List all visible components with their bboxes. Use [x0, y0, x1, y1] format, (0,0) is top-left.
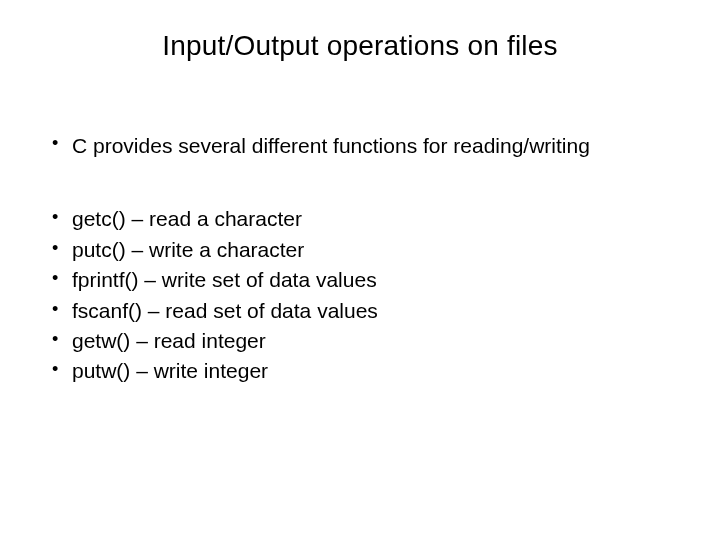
list-item: putc() – write a character — [50, 235, 670, 265]
intro-list: C provides several different functions f… — [50, 132, 670, 159]
function-list: getc() – read a character putc() – write… — [50, 204, 670, 387]
list-item: fprintf() – write set of data values — [50, 265, 670, 295]
list-item: fscanf() – read set of data values — [50, 296, 670, 326]
slide-title: Input/Output operations on files — [50, 30, 670, 62]
intro-item: C provides several different functions f… — [50, 132, 670, 159]
list-item: getw() – read integer — [50, 326, 670, 356]
list-item: getc() – read a character — [50, 204, 670, 234]
list-item: putw() – write integer — [50, 356, 670, 386]
